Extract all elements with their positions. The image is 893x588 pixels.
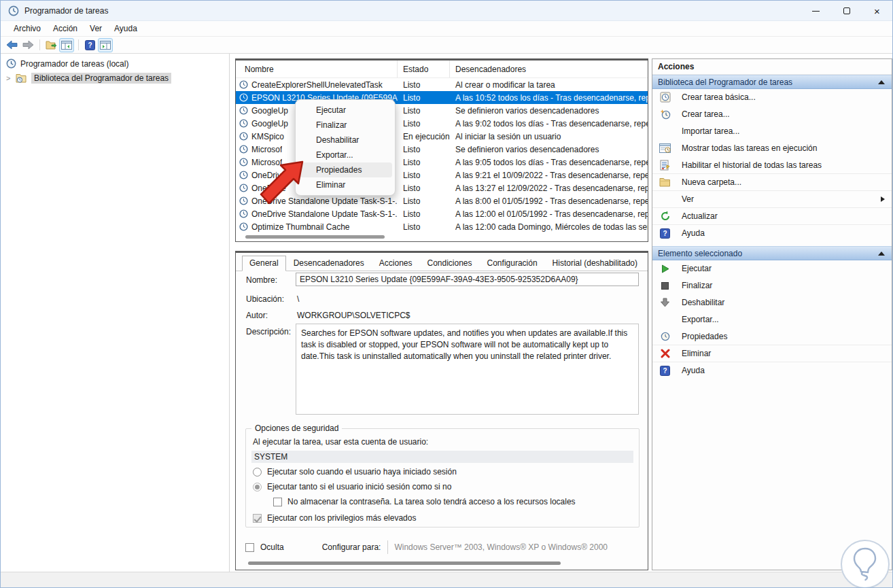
actions-section-header[interactable]: Elemento seleccionado [652,246,892,260]
back-icon[interactable] [5,38,20,52]
actions-panel-title: Acciones [652,59,892,75]
collapse-icon[interactable] [878,80,885,84]
maximize-button[interactable] [831,1,862,21]
task-triggers: Al iniciar la sesión un usuario [450,130,648,143]
action-item[interactable]: Deshabilitar [652,294,892,311]
tab-condiciones[interactable]: Condiciones [419,256,479,271]
checkbox-highest-privileges[interactable]: Ejecutar con los privilegios más elevado… [253,513,416,523]
tab-desencadenadores[interactable]: Desencadenadores [286,256,372,271]
configure-for-value[interactable]: Windows Server™ 2003, Windows® XP o Wind… [387,540,640,554]
action-item[interactable]: Propiedades [652,328,892,345]
context-menu-item[interactable]: Eliminar [298,177,392,192]
task-row[interactable]: Optimize Thumbnail CacheListoA las 12:00… [236,220,648,233]
task-status: En ejecución [398,130,450,143]
action-item[interactable]: ?Ayuda [652,225,892,242]
history-icon [659,160,671,171]
tree-item-library[interactable]: > Biblioteca del Programador de tareas [1,71,229,84]
menu-ver[interactable]: Ver [84,22,108,35]
action-item[interactable]: Mostrar todas las tareas en ejecución [652,140,892,157]
tab-acciones[interactable]: Acciones [372,256,420,271]
delete-icon [659,348,671,360]
action-item[interactable]: Exportar... [652,311,892,328]
radio-run-logged-in[interactable]: Ejecutar solo cuando el usuario haya ini… [253,467,457,477]
checkbox-no-password[interactable]: No almacenar la contraseña. La tarea sol… [273,497,576,506]
radio-unchecked-icon[interactable] [253,468,262,477]
action-item[interactable]: Importar tarea... [652,123,892,140]
radio-run-any[interactable]: Ejecutar tanto si el usuario inició sesi… [253,482,451,491]
clock-app-icon [8,5,19,16]
column-header-nombre[interactable]: Nombre [236,60,398,77]
context-menu-item[interactable]: Deshabilitar [298,133,392,148]
menu-ayuda[interactable]: Ayuda [108,22,143,35]
tab-historial-deshabilitado-[interactable]: Historial (deshabilitado) [545,256,645,271]
task-status: Listo [398,117,450,130]
action-item[interactable]: Ver [652,191,892,208]
location-value: \ [297,294,299,304]
menu-archivo[interactable]: Archivo [7,22,47,35]
task-status: Listo [398,207,450,220]
tree-item-root[interactable]: Programador de tareas (local) [1,57,229,70]
action-item[interactable]: Habilitar el historial de todas las tare… [652,157,892,174]
context-menu-item[interactable]: Finalizar [298,118,392,133]
task-status: Listo [398,104,450,117]
lightbulb-logo-watermark [841,540,890,588]
svg-text:?: ? [88,41,92,49]
clock-icon [239,184,248,192]
show-hide-action-pane-icon[interactable] [98,38,113,52]
action-item[interactable]: Crear tarea... [652,106,892,123]
toolbar-separator [78,39,79,50]
show-hide-console-tree-icon[interactable] [59,38,74,52]
column-header-estado[interactable]: Estado [398,60,450,77]
context-menu-item[interactable]: Exportar... [298,148,392,162]
collapse-icon[interactable] [878,252,885,256]
action-item[interactable]: Actualizar [652,208,892,225]
action-item[interactable]: Finalizar [652,277,892,294]
tab-configuraci-n[interactable]: Configuración [480,256,545,271]
task-status: Listo [398,143,450,156]
account-value-strip: SYSTEM [251,451,633,463]
help-icon: ? [659,365,671,377]
checkbox-checked-icon[interactable] [253,514,262,523]
title-bar: Programador de tareas × [1,1,892,21]
task-name-field: EPSON L3210 Series Update {09E599AF-39A9… [296,273,639,286]
refresh-icon [659,211,671,222]
minimize-button[interactable] [801,1,831,21]
description-field: Searches for EPSON software updates, and… [296,324,639,415]
task-status: Listo [398,181,450,194]
context-menu-item[interactable]: Propiedades [298,162,392,177]
actions-section-header[interactable]: Biblioteca del Programador de tareas [652,75,892,89]
action-item[interactable]: Ejecutar [652,260,892,277]
clock-icon [239,145,248,154]
hidden-checkbox[interactable] [245,543,254,552]
description-label: Descripción: [246,327,291,336]
tree-library-label: Biblioteca del Programador de tareas [31,73,171,84]
new-folder-icon [659,177,671,188]
radio-checked-icon[interactable] [253,483,262,491]
actions-sections: Biblioteca del Programador de tareasCrea… [652,75,892,383]
chevron-right-icon[interactable]: > [6,74,16,82]
forward-icon[interactable] [20,38,35,52]
action-item[interactable]: Crear tarea básica... [652,89,892,106]
running-tasks-icon [659,143,671,154]
details-horizontal-scrollbar[interactable] [248,561,561,565]
close-button[interactable]: × [862,1,892,21]
task-list-horizontal-scrollbar[interactable] [245,235,385,239]
help-icon[interactable]: ? [82,38,97,52]
menu-accion[interactable]: Acción [47,22,84,35]
task-row[interactable]: CreateExplorerShellUnelevatedTaskListoAl… [236,78,648,91]
export-list-icon[interactable] [43,38,58,52]
task-triggers: A las 12:00 el 01/05/1992 - Tras desenca… [450,207,648,220]
none [659,194,671,205]
clock-icon [239,196,248,205]
create-basic-task-icon [659,92,671,103]
clock-icon [239,209,248,218]
checkbox-unchecked-icon[interactable] [273,498,282,506]
security-group-title: Opciones de seguridad [251,423,342,433]
column-header-desencadenadores[interactable]: Desencadenadores [450,60,648,77]
properties-icon [659,331,671,343]
action-item[interactable]: Nueva carpeta... [652,174,892,191]
context-menu-item[interactable]: Ejecutar [298,103,392,118]
action-item[interactable]: Eliminar [652,345,892,362]
tab-general[interactable]: General [242,256,286,271]
action-item[interactable]: ?Ayuda [652,362,892,379]
